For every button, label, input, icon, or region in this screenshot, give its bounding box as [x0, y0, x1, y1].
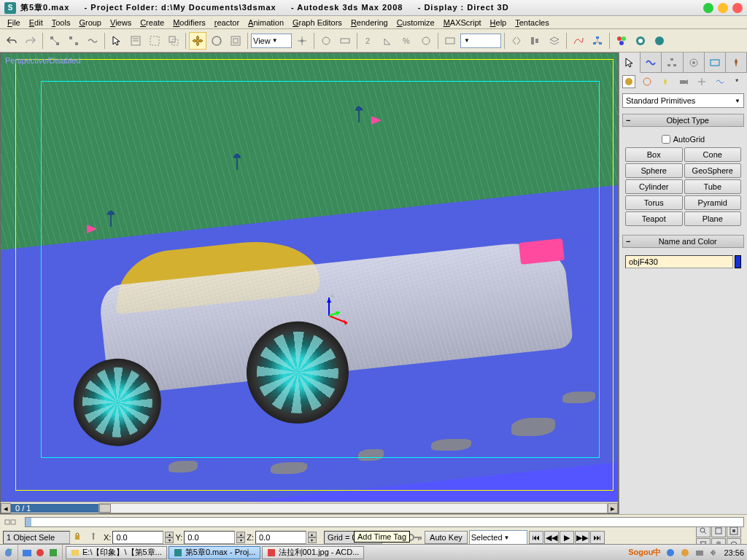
spinner-snap-button[interactable] [417, 32, 435, 50]
minimize-button[interactable] [703, 3, 713, 13]
manipulate-button[interactable] [317, 32, 335, 50]
next-frame-button[interactable]: ▶▶ [575, 531, 589, 544]
named-sel-button[interactable] [441, 32, 459, 50]
y-up[interactable]: ▴ [236, 532, 245, 537]
create-tab[interactable] [619, 52, 640, 73]
teapot-button[interactable]: Teapot [625, 211, 683, 226]
z-input[interactable]: 0.0 [255, 531, 306, 544]
close-button[interactable] [732, 3, 743, 13]
pivot-center-button[interactable] [293, 32, 311, 50]
quick-launch-icon[interactable] [47, 547, 59, 559]
geometry-subtab[interactable] [622, 75, 635, 88]
menu-file[interactable]: File [3, 18, 25, 28]
menu-group[interactable]: Group [74, 18, 106, 28]
material-editor-button[interactable] [613, 32, 630, 50]
menu-reactor[interactable]: reactor [210, 18, 244, 28]
select-move-button[interactable] [189, 32, 206, 50]
goto-end-button[interactable]: ⏭ [590, 531, 605, 544]
frame-indicator[interactable]: 0 / 1 [11, 504, 98, 513]
redo-button[interactable] [22, 32, 39, 50]
x-input[interactable]: 0.0 [112, 531, 163, 544]
motion-tab[interactable] [684, 52, 705, 72]
task-item[interactable]: 法拉利001.jpg - ACD... [262, 546, 364, 559]
select-object-button[interactable] [108, 32, 125, 50]
x-up[interactable]: ▴ [165, 532, 174, 537]
select-rotate-button[interactable] [208, 32, 225, 50]
prev-frame-button[interactable]: ◀◀ [544, 531, 559, 544]
quick-render-button[interactable] [651, 32, 668, 50]
object-name-input[interactable] [625, 255, 733, 268]
y-down[interactable]: ▾ [236, 537, 245, 543]
cylinder-button[interactable]: Cylinder [625, 179, 683, 194]
z-up[interactable]: ▴ [308, 532, 317, 537]
pyramid-button[interactable]: Pyramid [684, 195, 742, 210]
trackbar-toggle[interactable] [0, 516, 22, 529]
play-button[interactable]: ▶ [560, 531, 574, 544]
select-scale-button[interactable] [227, 32, 244, 50]
time-slider[interactable] [98, 503, 608, 513]
quick-launch-icon[interactable] [34, 547, 46, 559]
scroll-left-button[interactable]: ◂ [1, 503, 11, 513]
keyboard-shortcut-button[interactable] [336, 32, 354, 50]
box-button[interactable]: Box [625, 147, 683, 162]
menu-rendering[interactable]: Rendering [347, 18, 392, 28]
layer-manager-button[interactable] [546, 32, 563, 50]
torus-button[interactable]: Torus [625, 195, 683, 210]
named-sel-dropdown[interactable]: ▼ [460, 34, 501, 48]
start-button[interactable] [3, 547, 15, 559]
y-input[interactable]: 0.0 [184, 531, 235, 544]
menu-help[interactable]: Help [486, 18, 511, 28]
tray-icon[interactable] [694, 548, 705, 558]
object-type-rollout[interactable]: −Object Type [622, 114, 744, 127]
schematic-view-button[interactable] [589, 32, 606, 50]
menu-edit[interactable]: Edit [25, 18, 47, 28]
autogrid-checkbox[interactable] [662, 135, 670, 144]
transform-type-in-button[interactable] [88, 531, 102, 544]
utilities-tab[interactable] [726, 52, 747, 72]
clock[interactable]: 23:56 [724, 548, 744, 557]
menu-graph-editors[interactable]: Graph Editors [288, 18, 347, 28]
snap-percent-button[interactable]: % [398, 32, 416, 50]
spacewarps-subtab[interactable] [713, 75, 727, 88]
selection-lock-button[interactable] [71, 531, 86, 544]
menu-customize[interactable]: Customize [392, 18, 439, 28]
maximize-button[interactable] [718, 3, 728, 13]
systems-subtab[interactable]: * [732, 75, 745, 88]
viewport-canvas[interactable]: z [1, 53, 618, 502]
shapes-subtab[interactable] [640, 75, 654, 88]
menu-maxscript[interactable]: MAXScript [439, 18, 486, 28]
cone-button[interactable]: Cone [684, 147, 742, 162]
menu-animation[interactable]: Animation [244, 18, 288, 28]
render-scene-button[interactable] [632, 32, 649, 50]
transform-gizmo[interactable]: z [307, 294, 351, 338]
ref-coord-dropdown[interactable]: View▼ [251, 34, 292, 48]
z-down[interactable]: ▾ [308, 537, 317, 543]
helpers-subtab[interactable] [695, 75, 708, 88]
task-item[interactable]: 第5章0.max - Proj... [169, 546, 261, 559]
snap-angle-button[interactable] [379, 32, 397, 50]
window-crossing-button[interactable] [165, 32, 182, 50]
select-region-button[interactable] [146, 32, 163, 50]
category-dropdown[interactable]: Standard Primitives▼ [622, 93, 744, 108]
object-color-swatch[interactable] [735, 255, 741, 268]
bind-spacewarp-button[interactable] [84, 32, 101, 50]
tray-icon[interactable] [665, 548, 676, 558]
select-by-name-button[interactable] [127, 32, 144, 50]
keymode-dropdown[interactable]: Selected▼ [469, 530, 527, 545]
menu-tools[interactable]: Tools [47, 18, 75, 28]
goto-start-button[interactable]: ⏮ [529, 531, 543, 544]
lights-subtab[interactable] [659, 75, 672, 88]
show-desktop-button[interactable] [21, 547, 33, 559]
menu-tentacles[interactable]: Tentacles [511, 18, 553, 28]
modify-tab[interactable] [640, 52, 662, 72]
task-item[interactable]: E:\【印象】\【第5章... [66, 546, 167, 559]
ime-indicator[interactable]: Sogou中 [628, 547, 661, 558]
menu-views[interactable]: Views [106, 18, 136, 28]
name-color-rollout[interactable]: −Name and Color [622, 235, 744, 248]
cameras-subtab[interactable] [677, 75, 690, 88]
menu-create[interactable]: Create [136, 18, 169, 28]
unlink-button[interactable] [65, 32, 82, 50]
scroll-right-button[interactable]: ▸ [608, 503, 618, 513]
menu-modifiers[interactable]: Modifiers [169, 18, 210, 28]
viewport[interactable]: Perspective/Disabled [0, 52, 619, 514]
